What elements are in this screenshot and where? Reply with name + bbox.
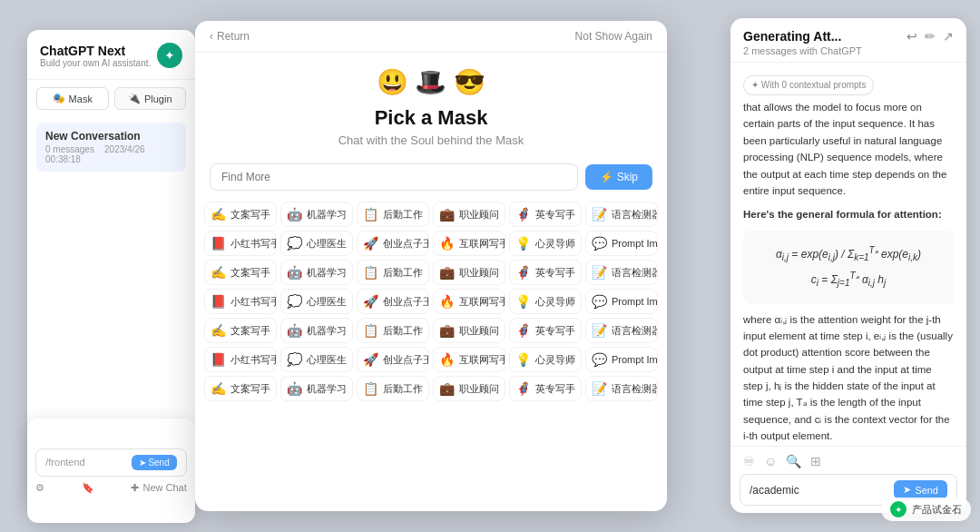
mask-item[interactable]: 📋后勤工作 [357, 318, 429, 343]
mask-emoji: 🤖 [287, 207, 302, 222]
mask-item[interactable]: 📋后勤工作 [357, 202, 429, 227]
mask-emoji: 📝 [592, 207, 607, 222]
pick-mask-modal: ‹ Return Not Show Again 😃 🎩 😎 Pick a Mas… [195, 21, 667, 511]
mask-emoji: 📋 [363, 381, 378, 396]
mask-emoji: 🦸 [515, 207, 531, 222]
mask-item[interactable]: 📝语言检测器 [585, 202, 658, 227]
skip-button[interactable]: ⚡ Skip [585, 164, 652, 190]
mask-label: 心灵导师 [535, 295, 575, 309]
mask-item[interactable]: 🚀创业点子王 [357, 347, 429, 372]
mask-item[interactable]: 🔥互联网写手 [433, 347, 505, 372]
mask-item[interactable]: 🔥互联网写手 [433, 231, 505, 256]
right-panel-title: Generating Att... [743, 29, 841, 44]
mask-item[interactable]: ✍️文案写手 [204, 202, 277, 227]
mask-item[interactable]: 💡心灵导师 [509, 289, 582, 314]
explanation-text: where αᵢ,ⱼ is the attention weight for t… [743, 311, 954, 445]
mask-item[interactable]: 📝语言检测器 [585, 318, 658, 343]
mask-item[interactable]: 🤖机器学习 [280, 260, 353, 285]
right-chat-input[interactable] [750, 484, 888, 497]
mask-emoji: 📋 [363, 265, 378, 280]
mask-item[interactable]: 🦸英专写手 [509, 202, 582, 227]
mask-label: 后勤工作 [383, 208, 423, 222]
mask-item[interactable]: 🚀创业点子王 [357, 231, 429, 256]
image-icon[interactable]: ⊞ [810, 454, 821, 468]
emoji-icon[interactable]: ☺ [764, 454, 777, 468]
mask-item[interactable]: 💼职业顾问 [433, 260, 505, 285]
bottom-input-row[interactable]: /frontend ➤ Send [35, 448, 187, 477]
not-show-button[interactable]: Not Show Again [575, 30, 652, 43]
mask-item[interactable]: 🦸英专写手 [509, 376, 582, 401]
mask-label: 心灵导师 [535, 237, 575, 251]
mask-emoji: ✍️ [211, 323, 226, 338]
mask-emoji: 💡 [515, 294, 531, 309]
mask-item[interactable]: 🚀创业点子王 [357, 289, 429, 314]
mask-label: 机器学习 [307, 382, 347, 396]
mask-item[interactable]: 🤖机器学习 [280, 376, 353, 401]
mask-item[interactable]: ✍️文案写手 [204, 376, 277, 401]
bottom-settings-icon[interactable]: ⚙ [35, 482, 44, 494]
mask-label: 创业点子王 [383, 353, 429, 367]
mask-label: 英专写手 [535, 266, 575, 280]
mask-item[interactable]: 🤖机器学习 [280, 318, 353, 343]
mask-item[interactable]: 🦸英专写手 [509, 318, 582, 343]
translate-icon[interactable]: ♾ [743, 454, 755, 468]
mask-item[interactable]: 📕小红书写手 [204, 289, 277, 314]
mask-item[interactable]: 💬Prompt Im... [585, 231, 658, 256]
mask-emoji: 💼 [439, 323, 455, 338]
mask-label: 心理医生 [307, 237, 347, 251]
mask-item[interactable]: 🤖机器学习 [280, 202, 353, 227]
mask-row: 📕小红书写手💭心理医生🚀创业点子王🔥互联网写手💡心灵导师💬Prompt Im..… [204, 289, 658, 314]
formula-line-2: ci = Σj=1Tₐ αi,j hj [754, 269, 943, 291]
right-header-top: Generating Att... ↩ ✏ ↗ [743, 29, 954, 44]
modal-hero-emojis: 😃 🎩 😎 [195, 67, 667, 97]
mask-item[interactable]: 📝语言检测器 [585, 260, 658, 285]
mask-item[interactable]: ✍️文案写手 [204, 318, 277, 343]
mask-item[interactable]: ✍️文案写手 [204, 260, 277, 285]
mask-label: 英专写手 [535, 324, 575, 338]
mask-item[interactable]: 💭心理医生 [280, 347, 353, 372]
return-button[interactable]: ‹ Return [210, 30, 250, 43]
left-tabs: 🎭 Mask 🔌 Plugin [27, 80, 195, 117]
formula-title: Here's the general formula for attention… [743, 206, 954, 222]
mask-emoji: 📝 [592, 323, 607, 338]
mask-item[interactable]: 💡心灵导师 [509, 347, 582, 372]
mask-item[interactable]: 🦸英专写手 [509, 260, 582, 285]
mask-item[interactable]: 📕小红书写手 [204, 347, 277, 372]
share-icon[interactable]: ↗ [943, 29, 954, 44]
mask-emoji: 📋 [363, 323, 378, 338]
mask-emoji: 🦸 [515, 323, 531, 338]
mask-row: ✍️文案写手🤖机器学习📋后勤工作💼职业顾问🦸英专写手📝语言检测器 [204, 376, 658, 401]
mask-item[interactable]: 📕小红书写手 [204, 231, 277, 256]
search-icon[interactable]: 🔍 [786, 454, 801, 468]
undo-icon[interactable]: ↩ [906, 29, 917, 44]
mask-item[interactable]: 💼职业顾问 [433, 318, 505, 343]
bottom-new-chat-button[interactable]: ✚ New Chat [131, 482, 186, 494]
right-header-icons: ↩ ✏ ↗ [906, 29, 954, 44]
mask-item[interactable]: 💭心理医生 [280, 231, 353, 256]
mask-item[interactable]: 🔥互联网写手 [433, 289, 505, 314]
mask-item[interactable]: 💼职业顾问 [433, 202, 505, 227]
send-label: Send [148, 458, 169, 468]
mask-label: 职业顾问 [459, 208, 499, 222]
mask-item[interactable]: 📝语言检测器 [585, 376, 658, 401]
conversation-item[interactable]: New Conversation 0 messages 2023/4/26 00… [36, 123, 186, 172]
mask-item[interactable]: 💬Prompt Im... [585, 347, 658, 372]
mask-item[interactable]: 💼职业顾问 [433, 376, 505, 401]
bottom-send-button[interactable]: ➤ Send [132, 455, 177, 470]
mask-item[interactable]: 💭心理医生 [280, 289, 353, 314]
plugin-tab-icon: 🔌 [128, 93, 141, 104]
right-send-button[interactable]: ➤ Send [894, 480, 947, 499]
mask-emoji: 💭 [287, 236, 302, 251]
mask-item[interactable]: 💡心灵导师 [509, 231, 582, 256]
tab-plugin[interactable]: 🔌 Plugin [114, 87, 187, 110]
edit-icon[interactable]: ✏ [925, 29, 936, 44]
mask-item[interactable]: 💬Prompt Im... [585, 289, 658, 314]
bottom-footer: ⚙ 🔖 ✚ New Chat [35, 482, 187, 494]
mask-item[interactable]: 📋后勤工作 [357, 376, 429, 401]
mask-emoji: 💡 [515, 352, 531, 367]
bottom-bookmark-icon[interactable]: 🔖 [82, 482, 94, 494]
mask-item[interactable]: 📋后勤工作 [357, 260, 429, 285]
mask-label: 心理医生 [307, 295, 347, 309]
tab-mask[interactable]: 🎭 Mask [36, 87, 109, 110]
mask-search-input[interactable] [210, 163, 578, 191]
